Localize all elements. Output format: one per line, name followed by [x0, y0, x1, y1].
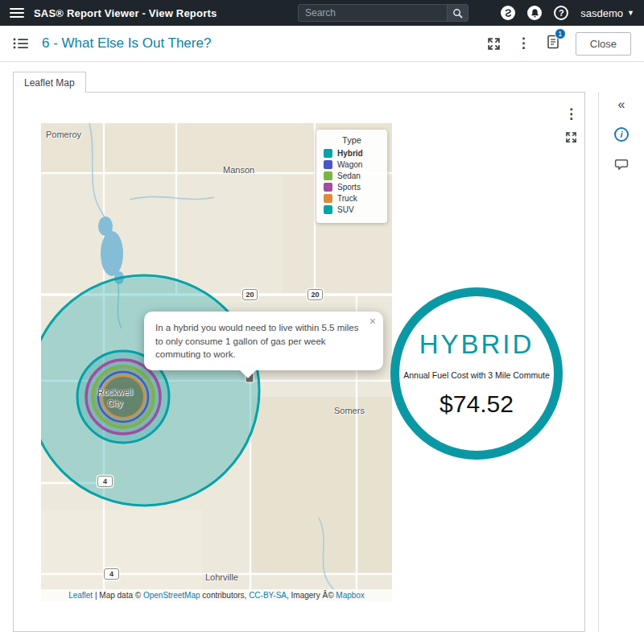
legend-swatch	[324, 205, 332, 214]
leaflet-link[interactable]: Leaflet	[68, 591, 93, 600]
town-label: Pomeroy	[46, 130, 81, 139]
search-icon[interactable]	[447, 5, 468, 21]
mapbox-link[interactable]: Mapbox	[336, 591, 365, 600]
popup-text: In a hybrid you would need to live withi…	[155, 323, 359, 359]
map-attribution: Leaflet | Map data © OpenStreetMap contr…	[41, 589, 392, 601]
notification-badge: 1	[555, 28, 566, 39]
legend-swatch	[324, 160, 332, 169]
report-contents-icon[interactable]	[13, 37, 29, 50]
kpi-donut: HYBRID Annual Fuel Cost with 3 Mile Comm…	[390, 287, 563, 460]
popup-close-icon[interactable]: ×	[369, 316, 376, 327]
user-menu[interactable]: sasdemo ▼	[580, 7, 634, 19]
kpi-title: HYBRID	[419, 329, 535, 360]
info-icon[interactable]: i	[614, 127, 629, 142]
search-input[interactable]	[299, 7, 447, 19]
object-menu-icon[interactable]: ⋮	[564, 110, 578, 118]
tab-leaflet-map[interactable]: Leaflet Map	[13, 72, 86, 93]
search-box[interactable]	[298, 4, 469, 22]
map-legend: Type Hybrid Wagon Sedan Sports Truck SUV	[316, 130, 387, 223]
legend-item-hybrid: Hybrid	[324, 149, 380, 158]
legend-swatch	[324, 194, 332, 203]
top-bar: SAS® Report Viewer - View Reports ? sasd…	[0, 0, 644, 26]
legend-swatch	[324, 149, 332, 158]
close-button[interactable]: Close	[576, 32, 631, 56]
legend-swatch	[324, 171, 332, 180]
report-toolbar: 6 - What Else Is Out There? ⋮ 1 Close	[0, 26, 644, 62]
app-title: SAS® Report Viewer - View Reports	[34, 7, 217, 19]
collapse-panel-icon[interactable]: «	[618, 98, 625, 111]
legend-item-truck: Truck	[324, 194, 380, 203]
town-label: Rockwell City	[88, 387, 142, 410]
comments-panel-icon[interactable]: 1	[547, 35, 559, 52]
right-rail: « i	[598, 92, 644, 632]
maximize-icon[interactable]	[487, 37, 501, 51]
osm-link[interactable]: OpenStreetMap	[143, 591, 200, 600]
object-maximize-icon[interactable]	[565, 131, 577, 143]
hamburger-menu-icon[interactable]	[10, 8, 24, 18]
legend-item-suv: SUV	[324, 205, 380, 214]
highway-shield: 20	[308, 289, 323, 300]
chevron-down-icon: ▼	[627, 9, 634, 17]
highway-shield: 20	[242, 289, 258, 300]
page-title: 6 - What Else Is Out There?	[42, 35, 211, 52]
kpi-subtitle: Annual Fuel Cost with 3 Mile Commute	[403, 370, 550, 381]
tab-label: Leaflet Map	[24, 77, 75, 89]
legend-item-wagon: Wagon	[324, 160, 380, 169]
town-label: Somers	[334, 406, 365, 415]
sas-logo-icon[interactable]	[501, 6, 515, 20]
ccbysa-link[interactable]: CC-BY-SA	[249, 591, 287, 600]
legend-item-sedan: Sedan	[324, 171, 380, 180]
legend-item-sports: Sports	[324, 183, 380, 192]
kpi-value: $74.52	[440, 390, 514, 418]
legend-swatch	[324, 183, 332, 192]
report-canvas: ⋮	[13, 92, 585, 632]
comment-bubble-icon[interactable]	[614, 158, 629, 171]
legend-title: Type	[324, 135, 380, 145]
alerts-bell-icon[interactable]	[527, 6, 542, 20]
town-label: Manson	[223, 165, 254, 175]
highway-shield: 4	[104, 568, 119, 580]
map-popup: × In a hybrid you would need to live wit…	[144, 312, 383, 370]
username: sasdemo	[580, 7, 623, 19]
leaflet-map[interactable]: Pomeroy Manson Rockwell City Somers Lohr…	[41, 123, 392, 601]
more-options-icon[interactable]: ⋮	[517, 39, 530, 47]
highway-shield: 4	[97, 476, 113, 487]
town-label: Lohrville	[205, 572, 238, 582]
help-icon[interactable]: ?	[554, 6, 568, 20]
